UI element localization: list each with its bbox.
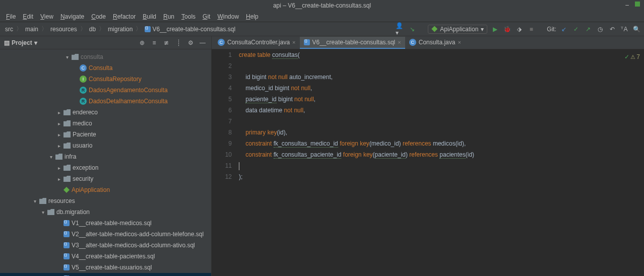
code-content[interactable]: ✓⚠ 7 create table consultas( id bigint n… (237, 49, 644, 276)
menu-file[interactable]: File (3, 12, 19, 21)
tree-arrow-icon[interactable]: ▸ (56, 165, 61, 171)
tree-item[interactable]: ▸endereco (0, 107, 211, 118)
translate-icon[interactable]: ᵀA (620, 25, 629, 34)
line-number: 3 (212, 72, 232, 83)
debug-icon[interactable]: 🐞 (502, 25, 511, 34)
editor-tab[interactable]: CConsultaController.java× (214, 37, 300, 49)
breadcrumb-segment[interactable]: db (87, 25, 98, 34)
tree-label: V2__alter-table-medicos-add-column-telef… (72, 231, 204, 238)
tree-label: usuario (73, 142, 92, 149)
tree-item[interactable]: V1__create-table-medicos.sql (0, 218, 211, 229)
coverage-icon[interactable]: ⬗ (514, 25, 524, 34)
tree-item[interactable]: V5__create-table-usuarios.sql (0, 262, 211, 273)
editor-tab[interactable]: V6__create-table-consultas.sql× (300, 37, 405, 49)
tree-item[interactable]: ▸medico (0, 118, 211, 129)
tree-arrow-icon[interactable]: ▾ (32, 198, 37, 204)
tree-item[interactable]: ▾infra (0, 151, 211, 162)
menu-run[interactable]: Run (160, 12, 177, 21)
menu-refactor[interactable]: Refactor (110, 12, 139, 21)
tree-label: V5__create-table-usuarios.sql (72, 264, 152, 271)
tree-item[interactable]: ▾consulta (0, 51, 211, 62)
tree-arrow-icon[interactable]: ▸ (56, 110, 61, 115)
tree-item[interactable]: V4__create-table-pacientes.sql (0, 251, 211, 262)
problems-indicator[interactable]: ✓⚠ 7 (624, 51, 640, 62)
tree-arrow-icon[interactable]: ▸ (56, 143, 61, 149)
select-file-icon[interactable]: ⊕ (138, 38, 147, 47)
tree-item[interactable]: V2__alter-table-medicos-add-column-telef… (0, 229, 211, 240)
menu-tools[interactable]: Tools (178, 12, 199, 21)
collapse-icon[interactable]: ≢ (162, 38, 171, 47)
tree-label: security (73, 175, 93, 182)
chevron-right-icon: 〉 (98, 25, 106, 33)
close-icon[interactable]: × (292, 39, 295, 45)
git-push-icon[interactable]: ↗ (584, 25, 593, 34)
minimize-icon[interactable]: – (625, 2, 629, 9)
project-tree[interactable]: ▾consultaCConsultaIConsultaRepositoryRDa… (0, 49, 211, 276)
menu-code[interactable]: Code (88, 12, 109, 21)
tree-arrow-icon[interactable]: ▾ (48, 154, 53, 160)
breadcrumb-segment[interactable]: resources (48, 25, 79, 34)
menu-window[interactable]: Window (214, 12, 242, 21)
git-update-icon[interactable]: ↙ (559, 25, 568, 34)
menu-bar: FileEditViewNavigateCodeRefactorBuildRun… (0, 11, 644, 22)
hide-icon[interactable]: — (198, 38, 207, 47)
settings-icon[interactable]: ⚙ (186, 38, 195, 47)
menu-view[interactable]: View (37, 12, 56, 21)
chevron-right-icon: 〉 (15, 25, 23, 33)
tree-item[interactable]: RDadosAgendamentoConsulta (0, 85, 211, 96)
search-icon[interactable]: 🔍 (632, 25, 641, 34)
maximize-icon[interactable] (635, 2, 640, 7)
tree-item[interactable]: ▸security (0, 173, 211, 184)
menu-help[interactable]: Help (243, 12, 262, 21)
line-number: 8 (212, 127, 232, 138)
line-number: 4 (212, 83, 232, 94)
tree-label: resources (48, 197, 75, 204)
tree-arrow-icon[interactable]: ▸ (56, 132, 61, 137)
tree-item[interactable]: CConsulta (0, 62, 211, 74)
tree-item[interactable]: ▸exception (0, 162, 211, 173)
tree-item[interactable]: ▸usuario (0, 140, 211, 151)
editor-tab[interactable]: CConsulta.java× (405, 37, 465, 49)
tree-item[interactable]: ▾db.migration (0, 206, 211, 218)
tree-arrow-icon[interactable]: ▾ (65, 54, 70, 60)
folder-icon (72, 54, 79, 60)
project-sidebar: ▤ Project ▾ ⊕ ≡ ≢ ┊ ⚙ — ▾consultaCConsul… (0, 36, 212, 276)
line-number: 12 (212, 171, 232, 182)
tree-label: db.migration (56, 209, 90, 216)
line-number: 7 (212, 116, 232, 127)
menu-build[interactable]: Build (140, 12, 159, 21)
tree-item[interactable]: ApiApplication (0, 184, 211, 195)
spring-icon (63, 187, 70, 193)
run-icon[interactable]: ▶ (490, 25, 499, 34)
user-icon[interactable]: 👤▾ (396, 25, 405, 34)
tree-item[interactable]: ▸Paciente (0, 129, 211, 140)
breadcrumb-segment[interactable]: migration (106, 25, 135, 34)
i-icon: I (80, 76, 87, 83)
tree-item[interactable]: V3__alter-table-medicos-add-column-ativo… (0, 240, 211, 251)
tree-item[interactable]: V6__create-table-consultas.sql (0, 273, 211, 276)
expand-icon[interactable]: ≡ (150, 38, 159, 47)
menu-navigate[interactable]: Navigate (57, 12, 87, 21)
tree-item[interactable]: ▾resources (0, 195, 211, 206)
menu-git[interactable]: Git (200, 12, 213, 21)
breadcrumb-segment[interactable]: main (23, 25, 40, 34)
close-icon[interactable]: × (458, 39, 461, 45)
tab-label: V6__create-table-consultas.sql (312, 39, 396, 46)
tree-arrow-icon[interactable]: ▸ (56, 121, 61, 126)
tree-item[interactable]: RDadosDetalhamentoConsulta (0, 96, 211, 107)
tree-arrow-icon[interactable]: ▸ (56, 176, 61, 182)
tree-arrow-icon[interactable]: ▾ (40, 210, 45, 215)
history-icon[interactable]: ◷ (596, 25, 605, 34)
close-icon[interactable]: × (398, 39, 401, 45)
breadcrumb-segment[interactable]: src (3, 25, 15, 34)
breadcrumb-segment[interactable]: V6__create-table-consultas.sql (143, 25, 237, 34)
project-tool-title[interactable]: ▤ Project ▾ (4, 39, 135, 46)
stop-icon[interactable]: ■ (527, 25, 536, 34)
run-config-selector[interactable]: ApiApplication ▾ (428, 25, 487, 34)
menu-edit[interactable]: Edit (20, 12, 36, 21)
rollback-icon[interactable]: ↶ (608, 25, 617, 34)
git-label: Git: (547, 26, 556, 33)
hammer-icon[interactable]: ↘ (408, 25, 417, 34)
git-commit-icon[interactable]: ✓ (571, 25, 581, 34)
tree-item[interactable]: IConsultaRepository (0, 74, 211, 85)
